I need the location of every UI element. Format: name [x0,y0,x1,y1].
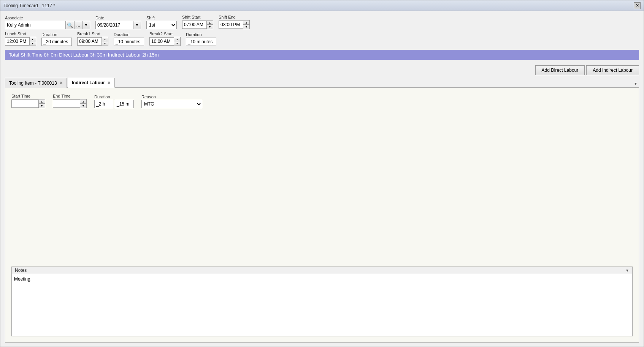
break1-start-down[interactable]: ▼ [102,41,108,46]
date-label: Date [95,16,141,20]
indirect-end-spinner: ▲ ▼ [80,99,87,108]
indirect-end-time-label: End Time [53,94,87,98]
indirect-start-time-label: Start Time [11,94,45,98]
indirect-duration-label: Duration [94,95,134,99]
associate-input[interactable] [5,21,66,29]
indirect-form-row: Start Time ▲ ▼ End Time [11,94,633,108]
date-input-row: ▼ [95,21,141,29]
lunch-start-spinner: ▲ ▼ [30,37,36,46]
notes-header: Notes ▼ [12,267,632,274]
title-bar: Tooling Timecard - 1117 * ✕ [0,0,644,11]
shift-end-input-row: ▲ ▼ [219,20,250,29]
shift-start-field: Shift Start ▲ ▼ [182,15,213,29]
break2-start-down[interactable]: ▼ [174,41,180,46]
shift-end-label: Shift End [219,15,250,19]
shift-end-down[interactable]: ▼ [243,25,249,29]
indirect-start-down[interactable]: ▼ [39,104,45,108]
notes-textarea[interactable] [12,274,632,335]
tab-tooling-item-close[interactable]: ✕ [59,80,63,85]
lunch-duration-value: _20 minutes [41,38,72,46]
tab-content-indirect: Start Time ▲ ▼ End Time [5,88,639,343]
shift-select[interactable]: 1st [146,21,177,29]
indirect-start-time-input[interactable] [11,99,39,108]
break2-duration-field: Duration _10 minutes [186,32,216,46]
associate-label: Associate [5,16,90,20]
summary-text: Total Shift Time 8h 0m Direct Labour 3h … [9,52,159,58]
notes-section: Notes ▼ [11,267,633,336]
break1-start-up[interactable]: ▲ [102,37,108,41]
indirect-start-up[interactable]: ▲ [39,99,45,104]
associate-dropdown-icon[interactable]: ▼ [82,21,90,29]
main-content: Associate 🔍 ... ▼ Date ▼ Shift 1st [0,11,644,347]
indirect-duration-h: _2 h [94,100,113,108]
shift-start-up[interactable]: ▲ [207,21,213,25]
break1-start-input[interactable] [77,37,102,46]
break2-start-input[interactable] [149,37,174,46]
break2-start-spinner: ▲ ▼ [174,37,181,46]
break2-duration-label: Duration [186,32,216,37]
break1-start-spinner: ▲ ▼ [102,37,108,46]
lunch-start-up[interactable]: ▲ [30,37,36,41]
indirect-end-time-input-row: ▲ ▼ [53,99,87,108]
tab-indirect-labour[interactable]: Indirect Labour ✕ [68,78,115,88]
tab-row: Tooling Item - T 000013 ✕ Indirect Labou… [5,77,639,88]
indirect-start-time-field: Start Time ▲ ▼ [11,94,45,108]
date-input[interactable] [95,21,133,29]
indirect-duration-field: Duration _2 h _15 m [94,95,134,108]
notes-dropdown-icon[interactable]: ▼ [625,268,629,273]
associate-field: Associate 🔍 ... ▼ [5,16,90,29]
associate-search-icon[interactable]: 🔍 [66,21,74,29]
shift-start-input-row: ▲ ▼ [182,20,213,29]
lunch-start-input[interactable] [5,37,30,46]
summary-bar: Total Shift Time 8h 0m Direct Labour 3h … [5,50,639,60]
shift-start-spinner: ▲ ▼ [207,20,213,29]
shift-end-spinner: ▲ ▼ [243,20,250,29]
date-dropdown-icon[interactable]: ▼ [133,21,141,29]
add-direct-labour-button[interactable]: Add Direct Labour [535,65,585,75]
action-row: Add Direct Labour Add Indirect Labour [5,65,639,75]
indirect-reason-label: Reason [141,95,202,99]
lunch-duration-label: Duration [41,32,72,37]
tab-indirect-labour-label: Indirect Labour [72,80,105,85]
indirect-duration-inputs: _2 h _15 m [94,100,134,108]
indirect-end-time-field: End Time ▲ ▼ [53,94,87,108]
break2-duration-value: _10 minutes [186,38,216,46]
break1-start-input-row: ▲ ▼ [77,37,108,46]
lunch-duration-field: Duration _20 minutes [41,32,72,46]
shift-start-label: Shift Start [182,15,213,19]
lunch-start-label: Lunch Start [5,32,36,36]
window-close-button[interactable]: ✕ [634,2,641,9]
associate-dots-icon[interactable]: ... [74,21,82,29]
tab-tooling-item[interactable]: Tooling Item - T 000013 ✕ [5,78,67,88]
tab-dropdown-icon[interactable]: ▼ [634,82,638,86]
tab-indirect-labour-close[interactable]: ✕ [107,80,111,85]
indirect-start-time-input-row: ▲ ▼ [11,99,45,108]
date-field: Date ▼ [95,16,141,29]
break1-duration-value: _10 minutes [114,38,144,46]
shift-end-field: Shift End ▲ ▼ [219,15,250,29]
main-window: Tooling Timecard - 1117 * ✕ Associate 🔍 … [0,0,644,347]
indirect-reason-field: Reason MTG TRNG ADMIN OTHER [141,95,202,108]
indirect-end-up[interactable]: ▲ [80,99,86,104]
indirect-end-down[interactable]: ▼ [80,104,86,108]
break1-duration-field: Duration _10 minutes [114,32,144,46]
break1-start-label: Break1 Start [77,32,108,36]
break2-start-input-row: ▲ ▼ [149,37,181,46]
break2-start-up[interactable]: ▲ [174,37,180,41]
window-title: Tooling Timecard - 1117 * [3,3,55,8]
tabs-area: Tooling Item - T 000013 ✕ Indirect Labou… [5,77,639,343]
add-indirect-labour-button[interactable]: Add Indirect Labour [586,65,639,75]
indirect-reason-select[interactable]: MTG TRNG ADMIN OTHER [141,100,202,108]
shift-end-up[interactable]: ▲ [243,21,249,25]
lunch-start-down[interactable]: ▼ [30,41,36,46]
notes-label: Notes [15,268,27,273]
shift-start-input[interactable] [182,21,207,29]
indirect-end-time-input[interactable] [53,99,80,108]
break1-duration-label: Duration [114,32,144,37]
shift-field: Shift 1st [146,16,177,29]
break2-start-field: Break2 Start ▲ ▼ [149,32,181,46]
break1-start-field: Break1 Start ▲ ▼ [77,32,108,46]
shift-end-input[interactable] [219,21,243,29]
tab-content-spacer [11,113,633,267]
shift-start-down[interactable]: ▼ [207,25,213,29]
